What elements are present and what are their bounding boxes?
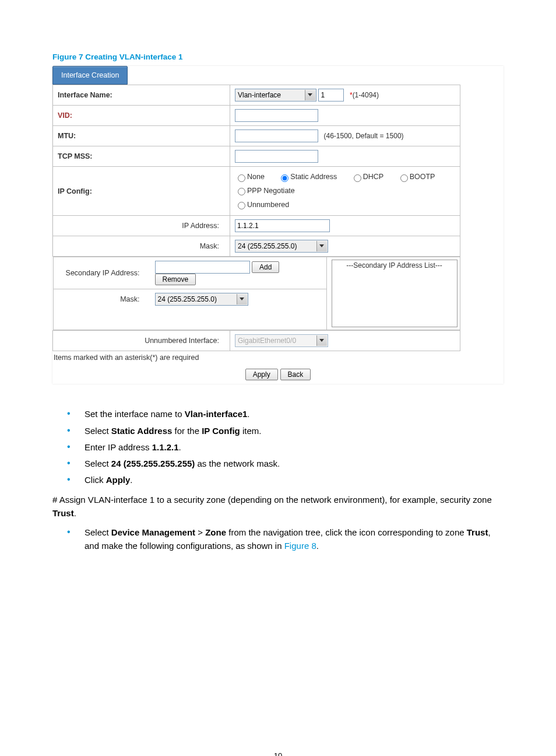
label-ipconfig: IP Config: — [53, 167, 230, 216]
add-button[interactable]: Add — [252, 261, 279, 273]
ip-input[interactable] — [235, 219, 330, 232]
apply-button[interactable]: Apply — [245, 369, 278, 380]
mtu-input[interactable] — [235, 130, 318, 142]
instruction-item: Click Apply. — [52, 473, 504, 487]
radio-bootp[interactable] — [400, 174, 408, 182]
label-ip: IP Address: — [53, 216, 230, 236]
form-table: Interface Name: Vlan-interface **(1-4094… — [52, 85, 460, 351]
mask1-select[interactable]: 24 (255.255.255.0) — [235, 240, 328, 253]
instruction-item: Set the interface name to Vlan-interface… — [52, 407, 504, 421]
instruction-item: Enter IP address 1.1.2.1. — [52, 440, 504, 454]
figure-8-link[interactable]: Figure 8 — [284, 541, 316, 551]
mtu-hint: (46-1500, Default = 1500) — [323, 132, 403, 140]
mask2-select[interactable]: 24 (255.255.255.0) — [155, 293, 248, 306]
radio-dhcp[interactable] — [354, 174, 361, 182]
required-note: Items marked with an asterisk(*) are req… — [54, 354, 504, 362]
radio-static[interactable] — [281, 174, 288, 182]
unnumbered-select: GigabitEthernet0/0 — [235, 334, 328, 347]
radio-unnumbered[interactable] — [238, 202, 245, 209]
label-mask1: Mask: — [53, 236, 230, 257]
vid-input[interactable] — [235, 109, 318, 122]
instruction-item: Select 24 (255.255.255.255) as the netwo… — [52, 457, 504, 470]
zone-paragraph: # Assign VLAN-interface 1 to a security … — [52, 493, 504, 520]
instruction-item: Select Device Management > Zone from the… — [52, 526, 504, 553]
interface-number-input[interactable] — [318, 89, 344, 102]
tcpmss-input[interactable] — [235, 150, 318, 163]
label-interface-name: Interface Name: — [53, 85, 230, 106]
interface-type-select[interactable]: Vlan-interface — [235, 89, 316, 102]
secondary-ip-list[interactable]: ---Secondary IP Address List--- — [332, 260, 458, 327]
tab-interface-creation[interactable]: Interface Creation — [52, 66, 128, 85]
secip-input[interactable] — [155, 261, 250, 274]
footer-buttons: Apply Back — [52, 365, 504, 384]
page-number: 10 — [52, 751, 504, 757]
label-tcpmss: TCP MSS: — [53, 146, 230, 167]
label-secip: Secondary IP Address: — [54, 257, 150, 289]
label-mtu: MTU: — [53, 126, 230, 146]
label-unnumbered: Unnumbered Interface: — [53, 331, 230, 351]
back-button[interactable]: Back — [280, 369, 311, 380]
radio-ppp[interactable] — [238, 188, 245, 195]
radio-none[interactable] — [238, 174, 245, 182]
remove-button[interactable]: Remove — [155, 274, 196, 285]
label-vid: VID: — [53, 106, 230, 126]
figure-caption: Figure 7 Creating VLAN-interface 1 — [52, 52, 504, 61]
label-mask2: Mask: — [54, 289, 150, 310]
instruction-item: Select Static Address for the IP Config … — [52, 424, 504, 438]
instructions: Set the interface name to Vlan-interface… — [52, 407, 504, 552]
interface-creation-panel: Interface Creation Interface Name: Vlan-… — [52, 66, 504, 384]
